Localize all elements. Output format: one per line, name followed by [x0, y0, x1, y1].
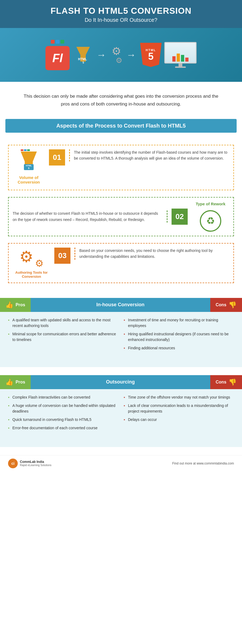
svg-text:5: 5: [83, 61, 84, 64]
aspects-title: Aspects of the Process to Convert Flash …: [13, 123, 229, 129]
outsourcing-con-3: Delays can occur: [124, 417, 234, 423]
thumbs-down-2-icon: 👎: [229, 378, 237, 386]
svg-text:HTML: HTML: [78, 57, 87, 61]
arrow-right-icon: →: [97, 49, 106, 61]
inhouse-con-1: Investment of time and money for recruit…: [124, 317, 234, 329]
header-title: FLASH TO HTML5 CONVERSION: [11, 6, 231, 16]
outsourcing-con-1: Time zone of the offshore vendor may not…: [124, 395, 234, 400]
monitor-bar-3: [181, 55, 184, 62]
inhouse-cons-list: Investment of time and money for recruit…: [124, 317, 234, 354]
footer-logo-text: CommLab India: [20, 460, 51, 464]
inhouse-section: 👍 Pros In-house Conversion Cons 👎 A qual…: [0, 298, 242, 367]
volume-title: Volume of Conversion: [13, 175, 45, 184]
monitor-icon: [164, 42, 197, 64]
outsourcing-pros-label-text: Pros: [16, 380, 25, 385]
process-number-02: 02: [172, 209, 188, 225]
volume-icon-group: HTML 5 Volume of Conversion: [13, 149, 45, 186]
gear-group-icon: ⚙ ⚙: [110, 45, 122, 65]
header: FLASH TO HTML5 CONVERSION Do It In-house…: [0, 0, 242, 28]
footer: ci CommLab India Rapid eLearning Solutio…: [0, 455, 242, 471]
inhouse-con-3: Finding additional resources: [124, 345, 234, 351]
inhouse-pro-2: Minimal scope for communication errors a…: [8, 331, 118, 343]
svg-text:5: 5: [28, 167, 29, 170]
section-separator-2: [0, 447, 242, 455]
gear-big-icon: ⚙ ⚙: [19, 248, 44, 269]
monitor-bar-1: [172, 56, 176, 62]
inhouse-pro-1: A qualified team with updated skills and…: [8, 317, 118, 329]
arrow-right-2-icon: →: [126, 49, 136, 61]
process-section: HTML 5 Volume of Conversion 01 The initi…: [0, 133, 242, 298]
small-gear-icon: ⚙: [35, 258, 44, 269]
hero-icons: Fl HTML 5 → ⚙ ⚙ → HTML 5: [45, 40, 197, 70]
authoring-icon-group: ⚙ ⚙ Authoring Tools for Conversion: [13, 248, 50, 279]
footer-logo-sub: Rapid eLearning Solutions: [20, 464, 51, 467]
footer-logo: ci CommLab India Rapid eLearning Solutio…: [8, 459, 51, 468]
process-number-03: 03: [54, 248, 70, 264]
html5-badge: HTML 5: [140, 43, 162, 67]
inhouse-con-2: Hiring qualified instructional designers…: [124, 331, 234, 343]
inhouse-title: In-house Conversion: [31, 302, 210, 308]
inhouse-body: A qualified team with updated skills and…: [0, 312, 242, 359]
rework-desc-text: The decision of whether to convert Flash…: [13, 210, 163, 223]
thumbs-up-2-icon: 👍: [5, 378, 13, 386]
rework-right: Type of Rework ♻: [192, 202, 229, 232]
footer-logo-abbr: ci: [11, 461, 15, 466]
outsourcing-cons-label: Cons 👎: [210, 375, 242, 389]
small-square-green: [60, 40, 64, 44]
intro-section: This decision can only be made after con…: [0, 82, 242, 119]
authoring-desc-text: Based on your conversion needs, you need…: [79, 248, 229, 260]
small-square-red: [51, 40, 55, 44]
svg-rect-7: [21, 149, 23, 151]
outsourcing-header: 👍 Pros Outsourcing Cons 👎: [0, 375, 242, 389]
process-item-2: The decision of whether to convert Flash…: [8, 197, 234, 236]
process-number-01: 01: [49, 149, 65, 166]
rework-recycle-icon: ♻: [200, 210, 221, 232]
monitor-wrap: [164, 42, 197, 68]
footer-logo-text-wrap: CommLab India Rapid eLearning Solutions: [20, 460, 51, 467]
volume-funnel-svg: HTML 5: [18, 149, 40, 174]
inhouse-cons-ul: Investment of time and money for recruit…: [124, 317, 234, 351]
aspects-section-header: Aspects of the Process to Convert Flash …: [5, 119, 237, 133]
authoring-description: Based on your conversion needs, you need…: [74, 248, 229, 260]
monitor-bar-4: [185, 58, 188, 62]
footer-logo-icon: ci: [8, 459, 18, 468]
outsourcing-cons-list: Time zone of the offshore vendor may not…: [124, 395, 234, 434]
big-gear-icon: ⚙: [19, 248, 33, 266]
svg-rect-8: [24, 149, 27, 151]
section-separator-1: [0, 367, 242, 375]
thumbs-up-icon: 👍: [5, 301, 13, 309]
svg-text:HTML: HTML: [26, 164, 32, 167]
html5-monitor-group: HTML 5: [140, 42, 197, 68]
inhouse-cons-label: Cons 👎: [210, 298, 242, 312]
monitor-stand: [179, 63, 182, 66]
html5-monitor-row: HTML 5: [140, 42, 197, 68]
rework-title: Type of Rework: [196, 202, 226, 206]
process-item-3: ⚙ ⚙ Authoring Tools for Conversion 03 Ba…: [8, 243, 234, 283]
small-square-blue: [56, 40, 59, 44]
inhouse-header: 👍 Pros In-house Conversion Cons 👎: [0, 298, 242, 312]
monitor-base: [175, 66, 186, 68]
outsourcing-body: Complex Flash interactivities can be con…: [0, 389, 242, 439]
outsourcing-title: Outsourcing: [31, 379, 210, 385]
small-icons-row: [51, 40, 64, 44]
inhouse-pros-label-text: Pros: [16, 302, 25, 307]
header-subtitle: Do It In-house OR Outsource?: [11, 17, 231, 23]
outsourcing-pro-3: Quick turnaround in converting Flash to …: [8, 417, 118, 423]
inhouse-cons-label-text: Cons: [216, 302, 226, 307]
process-item-1: HTML 5 Volume of Conversion 01 The initi…: [8, 145, 234, 190]
flash-icon: Fl: [45, 46, 70, 70]
outsourcing-section: 👍 Pros Outsourcing Cons 👎 Complex Flash …: [0, 375, 242, 447]
thumbs-down-icon: 👎: [229, 301, 237, 309]
funnel-icon: HTML 5: [74, 45, 92, 64]
outsourcing-cons-ul: Time zone of the offshore vendor may not…: [124, 395, 234, 423]
outsourcing-pros-ul: Complex Flash interactivities can be con…: [8, 395, 118, 431]
volume-desc-text: The initial step involves identifying th…: [74, 149, 229, 161]
intro-text: This decision can only be made after con…: [22, 93, 220, 108]
hero-section: Fl HTML 5 → ⚙ ⚙ → HTML 5: [0, 28, 242, 82]
authoring-title: Authoring Tools for Conversion: [13, 270, 50, 279]
outsourcing-con-2: Lack of clear communication leads to a m…: [124, 403, 234, 414]
outsourcing-cons-label-text: Cons: [216, 380, 226, 385]
outsourcing-pros-label: 👍 Pros: [0, 375, 31, 389]
rework-left-text: The decision of whether to convert Flash…: [13, 210, 168, 223]
inhouse-pros-ul: A qualified team with updated skills and…: [8, 317, 118, 343]
